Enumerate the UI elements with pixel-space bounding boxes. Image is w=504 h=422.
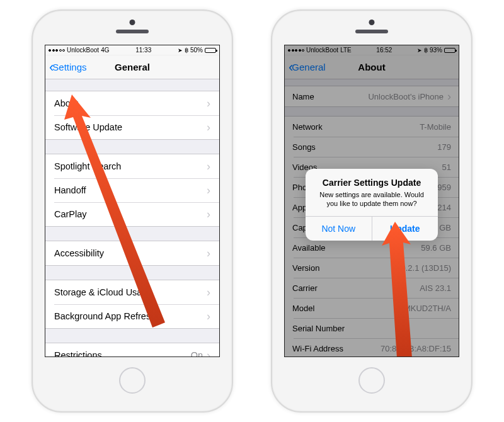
row-model: Model MKUD2TH/A — [285, 298, 459, 318]
phone-right: UnlockBoot LTE 16:52 ➤ ฿ 93% ‹ General A… — [271, 9, 472, 413]
home-button[interactable] — [358, 367, 385, 394]
signal-dots-icon — [49, 49, 65, 52]
home-button[interactable] — [119, 367, 146, 394]
row-detail-value: 179 — [437, 142, 451, 152]
row-network: Network T-Mobile — [285, 117, 459, 137]
screen-general: UnlockBoot 4G 11:33 ➤ ฿ 50% ‹ Settings G… — [45, 45, 220, 357]
phone-speaker — [355, 30, 388, 33]
phone-camera — [369, 20, 375, 25]
row-available: Available 59.6 GB — [285, 237, 459, 258]
alert-title: Carrier Settings Update — [313, 178, 430, 188]
row-songs: Songs 179 — [285, 137, 459, 157]
back-button[interactable]: ‹ Settings — [49, 60, 87, 74]
row-detail-value: 10.2.1 (13D15) — [396, 263, 451, 273]
row-wifi-address: Wi-Fi Address 70:81:EB:A8:DF:15 — [285, 338, 459, 357]
row-detail-value: T-Mobile — [420, 122, 451, 132]
back-button[interactable]: ‹ General — [289, 60, 326, 74]
row-detail-value: 214 — [437, 203, 451, 212]
row-restrictions[interactable]: Restrictions On › — [45, 343, 219, 357]
status-time: 16:52 — [376, 47, 392, 54]
row-version: Version 10.2.1 (13D15) — [285, 258, 459, 278]
battery-icon — [444, 48, 455, 53]
row-detail-value: 70:81:EB:A8:DF:15 — [381, 344, 451, 353]
chevron-right-icon: › — [207, 122, 210, 133]
back-label: Settings — [52, 62, 86, 72]
settings-list[interactable]: About › Software Update › Spotlight Sear… — [45, 91, 219, 357]
phone-camera — [130, 20, 135, 25]
chevron-right-icon: › — [207, 311, 210, 322]
row-detail-value: On — [191, 350, 203, 357]
nav-arrow-icon: ➤ — [178, 47, 183, 54]
row-spotlight-search[interactable]: Spotlight Search › — [45, 154, 219, 178]
battery-pct: 93% — [430, 47, 442, 54]
chevron-right-icon: › — [207, 350, 210, 357]
row-detail-value: 51 — [442, 163, 451, 172]
status-time: 11:33 — [135, 47, 151, 54]
nav-arrow-icon: ➤ — [417, 47, 422, 54]
row-about[interactable]: About › — [45, 91, 219, 115]
alert-message: New settings are available. Would you li… — [313, 190, 430, 208]
carrier-label: UnlockBoot — [306, 47, 338, 54]
row-storage-icloud[interactable]: Storage & iCloud Usage › — [45, 280, 219, 304]
chevron-right-icon: › — [207, 208, 210, 220]
row-detail-value: MKUD2TH/A — [404, 304, 451, 313]
row-name[interactable]: Name UnlockBoot's iPhone › — [285, 86, 459, 106]
carrier-settings-alert: Carrier Settings Update New settings are… — [306, 169, 438, 241]
phone-left: UnlockBoot 4G 11:33 ➤ ฿ 50% ‹ Settings G… — [32, 9, 233, 413]
phone-speaker — [116, 30, 149, 33]
row-background-app-refresh[interactable]: Background App Refresh › — [45, 304, 219, 328]
row-handoff[interactable]: Handoff › — [45, 178, 219, 202]
row-detail-value: AIS 23.1 — [420, 283, 451, 293]
page-title: About — [358, 62, 385, 72]
not-now-button[interactable]: Not Now — [306, 217, 372, 241]
status-bar: UnlockBoot LTE 16:52 ➤ ฿ 93% — [285, 45, 459, 55]
row-accessibility[interactable]: Accessibility › — [45, 241, 219, 265]
row-carrier: Carrier AIS 23.1 — [285, 278, 459, 298]
screen-about: UnlockBoot LTE 16:52 ➤ ฿ 93% ‹ General A… — [284, 45, 459, 357]
nav-bar: ‹ General About — [285, 55, 459, 79]
battery-pct: 50% — [190, 47, 203, 54]
chevron-right-icon: › — [207, 287, 210, 298]
row-detail-value: 59.6 GB — [421, 243, 451, 253]
network-label: LTE — [340, 47, 352, 54]
page-title: General — [115, 62, 150, 72]
row-serial-number: Serial Number — [285, 318, 459, 338]
row-software-update[interactable]: Software Update › — [45, 115, 219, 139]
chevron-right-icon: › — [447, 91, 451, 102]
row-detail-value: UnlockBoot's iPhone — [368, 92, 444, 101]
update-button[interactable]: Update — [372, 217, 438, 241]
chevron-right-icon: › — [207, 161, 210, 172]
bluetooth-icon: ฿ — [424, 47, 428, 54]
bluetooth-icon: ฿ — [185, 47, 188, 54]
row-carplay[interactable]: CarPlay › — [45, 202, 219, 226]
signal-dots-icon — [288, 49, 304, 52]
chevron-right-icon: › — [207, 185, 210, 196]
chevron-right-icon: › — [207, 248, 210, 259]
network-label: 4G — [101, 47, 109, 54]
nav-bar: ‹ Settings General — [45, 55, 219, 79]
carrier-label: UnlockBoot — [67, 47, 99, 54]
chevron-right-icon: › — [207, 98, 210, 109]
battery-icon — [205, 48, 216, 53]
status-bar: UnlockBoot 4G 11:33 ➤ ฿ 50% — [45, 45, 219, 55]
back-label: General — [292, 62, 325, 72]
